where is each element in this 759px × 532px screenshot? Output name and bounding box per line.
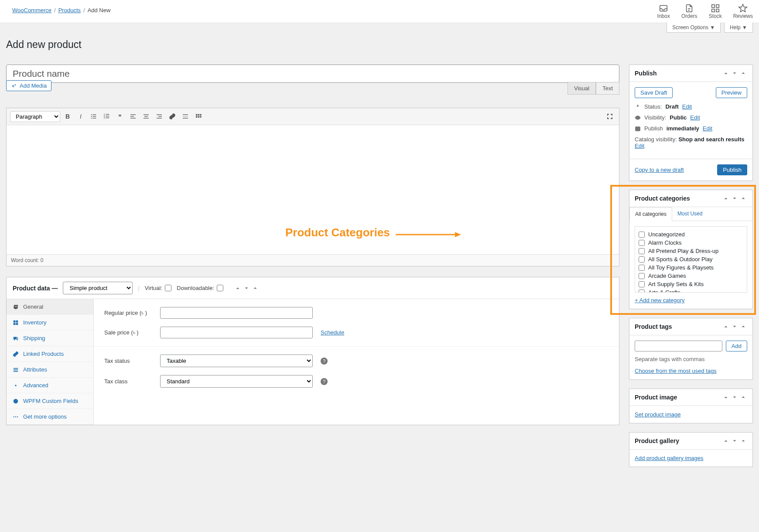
tax-status-select[interactable]: Taxable: [160, 355, 313, 367]
tab-inventory[interactable]: Inventory: [7, 315, 93, 331]
category-item[interactable]: Alarm Clocks: [639, 239, 743, 247]
quote-button[interactable]: ❝: [114, 111, 126, 122]
category-item[interactable]: All Pretend Play & Dress-up: [639, 247, 743, 255]
tab-text[interactable]: Text: [596, 82, 619, 95]
category-checkbox[interactable]: [639, 256, 645, 263]
edit-status-link[interactable]: Edit: [682, 103, 692, 110]
help-icon[interactable]: ?: [321, 378, 328, 385]
format-select[interactable]: Paragraph: [10, 111, 60, 122]
align-left-button[interactable]: [127, 111, 139, 122]
product-name-input[interactable]: [6, 65, 619, 83]
tab-visual[interactable]: Visual: [568, 82, 596, 95]
tab-advanced[interactable]: Advanced: [7, 378, 93, 393]
tab-general[interactable]: General: [7, 299, 93, 315]
align-center-button[interactable]: [140, 111, 152, 122]
category-checkbox[interactable]: [639, 232, 645, 238]
panel-toggle-icon[interactable]: [739, 323, 747, 331]
tab-attributes[interactable]: Attributes: [7, 362, 93, 378]
category-checkbox[interactable]: [639, 265, 645, 271]
category-item[interactable]: All Toy Figures & Playsets: [639, 263, 743, 272]
set-image-link[interactable]: Set product image: [635, 411, 681, 418]
link-button[interactable]: [167, 111, 178, 122]
more-button[interactable]: [180, 111, 191, 122]
panel-down-icon[interactable]: [731, 437, 738, 445]
choose-tags-link[interactable]: Choose from the most used tags: [635, 368, 717, 374]
edit-visibility-link[interactable]: Edit: [690, 114, 700, 121]
tab-linked[interactable]: Linked Products: [7, 346, 93, 362]
fullscreen-button[interactable]: [604, 111, 615, 122]
panel-toggle-icon[interactable]: [739, 393, 747, 401]
category-item[interactable]: Arcade Games: [639, 272, 743, 280]
panel-up-icon[interactable]: [722, 393, 730, 401]
category-item[interactable]: All Sports & Outdoor Play: [639, 255, 743, 263]
category-item[interactable]: Uncategorized: [639, 230, 743, 239]
stock-button[interactable]: Stock: [709, 3, 722, 23]
regular-price-input[interactable]: [160, 307, 313, 319]
tab-wpfm[interactable]: WPFM Custom Fields: [7, 393, 93, 409]
panel-up-icon[interactable]: [722, 69, 730, 77]
svg-point-9: [91, 116, 92, 117]
copy-draft-link[interactable]: Copy to a new draft: [635, 167, 684, 173]
virtual-checkbox[interactable]: [165, 285, 171, 291]
add-media-button[interactable]: Add Media: [6, 80, 51, 91]
svg-point-49: [637, 117, 639, 119]
panel-toggle-icon[interactable]: [739, 437, 747, 445]
bold-button[interactable]: B: [62, 111, 73, 122]
category-checkbox[interactable]: [639, 240, 645, 246]
sale-price-input[interactable]: [160, 327, 313, 338]
panel-down-icon[interactable]: [731, 69, 738, 77]
toolbar-toggle-button[interactable]: [193, 111, 204, 122]
panel-toggle-icon[interactable]: [739, 69, 747, 77]
edit-publish-date-link[interactable]: Edit: [703, 125, 712, 132]
panel-down-icon[interactable]: [243, 284, 250, 292]
tab-more[interactable]: Get more options: [7, 409, 93, 425]
product-type-select[interactable]: Simple product: [63, 282, 133, 294]
panel-down-icon[interactable]: [731, 194, 738, 202]
align-right-button[interactable]: [154, 111, 165, 122]
downloadable-checkbox[interactable]: [217, 285, 223, 291]
help-icon[interactable]: ?: [321, 358, 328, 365]
inbox-button[interactable]: Inbox: [657, 3, 670, 23]
categories-panel: Product categories All categories Most U…: [629, 190, 753, 309]
orders-button[interactable]: Orders: [681, 3, 697, 23]
panel-down-icon[interactable]: [731, 323, 738, 331]
panel-up-icon[interactable]: [234, 284, 242, 292]
ul-button[interactable]: [88, 111, 99, 122]
category-item[interactable]: Arts & Crafts: [639, 288, 743, 293]
panel-toggle-icon[interactable]: [739, 194, 747, 202]
reviews-button[interactable]: Reviews: [733, 3, 753, 23]
category-checkbox[interactable]: [639, 290, 645, 293]
schedule-link[interactable]: Schedule: [321, 329, 344, 336]
svg-rect-21: [130, 118, 136, 118]
breadcrumb-products[interactable]: Products: [58, 7, 81, 14]
add-tag-button[interactable]: Add: [726, 341, 747, 351]
preview-button[interactable]: Preview: [716, 87, 747, 98]
help-button[interactable]: Help ▼: [724, 23, 753, 33]
publish-button[interactable]: Publish: [717, 164, 747, 175]
add-new-category-link[interactable]: + Add new category: [635, 297, 685, 304]
editor-body[interactable]: [7, 125, 619, 254]
category-checkbox[interactable]: [639, 273, 645, 279]
tab-shipping[interactable]: Shipping: [7, 331, 93, 346]
panel-toggle-icon[interactable]: [251, 284, 259, 292]
screen-options-button[interactable]: Screen Options ▼: [667, 23, 721, 33]
panel-down-icon[interactable]: [731, 393, 738, 401]
tab-most-used[interactable]: Most Used: [672, 207, 708, 221]
category-item[interactable]: Art Supply Sets & Kits: [639, 280, 743, 288]
category-checkbox[interactable]: [639, 281, 645, 287]
tab-all-categories[interactable]: All categories: [629, 207, 672, 221]
edit-catalog-link[interactable]: Edit: [635, 143, 644, 149]
category-checkbox[interactable]: [639, 248, 645, 254]
add-gallery-link[interactable]: Add product gallery images: [635, 455, 704, 461]
panel-up-icon[interactable]: [722, 194, 730, 202]
tax-class-select[interactable]: Standard: [160, 375, 313, 388]
panel-up-icon[interactable]: [722, 437, 730, 445]
tag-input[interactable]: [635, 341, 722, 351]
panel-up-icon[interactable]: [722, 323, 730, 331]
svg-rect-18: [106, 118, 109, 118]
breadcrumb-woocommerce[interactable]: WooCommerce: [12, 7, 51, 14]
italic-button[interactable]: I: [75, 111, 86, 122]
save-draft-button[interactable]: Save Draft: [635, 87, 673, 98]
ol-button[interactable]: 123: [101, 111, 113, 122]
categories-title: Product categories: [635, 195, 722, 202]
